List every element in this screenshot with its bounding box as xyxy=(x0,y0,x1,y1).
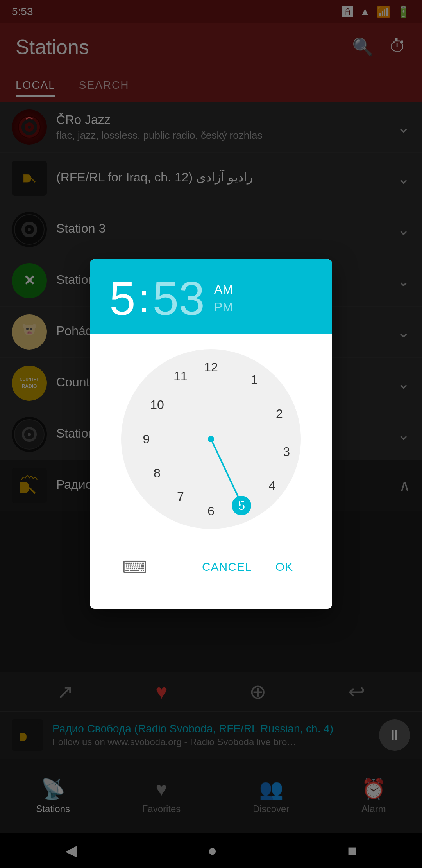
time-picker-dialog: 5 : 53 AM PM 12 1 2 3 xyxy=(90,259,332,609)
time-colon: : xyxy=(139,279,150,318)
ok-button[interactable]: OK xyxy=(268,552,301,581)
time-ampm: AM PM xyxy=(214,282,233,314)
overlay: 5 : 53 AM PM 12 1 2 3 xyxy=(0,0,422,868)
clock-center-dot xyxy=(208,436,214,442)
svg-line-27 xyxy=(211,439,242,506)
time-minute[interactable]: 53 xyxy=(153,275,205,322)
time-display: 5 : 53 AM PM xyxy=(109,275,313,322)
time-picker-header: 5 : 53 AM PM xyxy=(90,259,332,334)
clock-container: 12 1 2 3 4 5 6 7 8 9 10 xyxy=(90,334,332,609)
keyboard-button[interactable]: ⌨ xyxy=(121,553,148,581)
clock-face[interactable]: 12 1 2 3 4 5 6 7 8 9 10 xyxy=(121,349,301,529)
cancel-button[interactable]: CANCEL xyxy=(194,552,260,581)
keyboard-icon: ⌨ xyxy=(122,557,147,577)
pm-button[interactable]: PM xyxy=(214,300,233,314)
am-button[interactable]: AM xyxy=(214,282,233,297)
time-hour[interactable]: 5 xyxy=(109,275,136,322)
dialog-actions: ⌨ CANCEL OK xyxy=(106,545,316,593)
